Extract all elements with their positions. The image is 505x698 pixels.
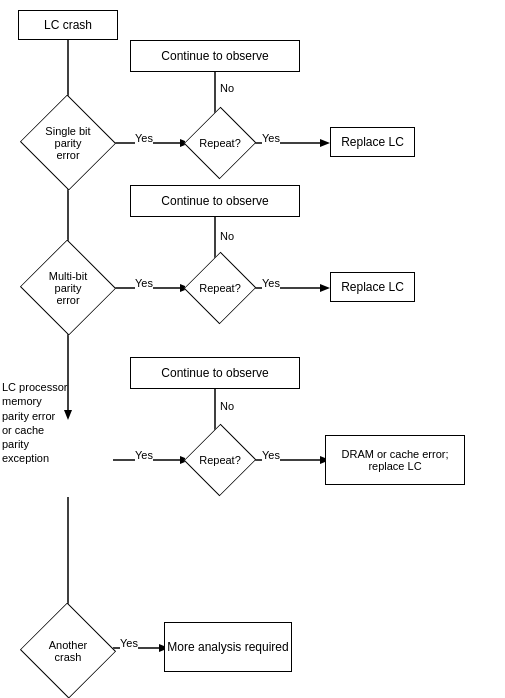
yes-label-5: Yes [135, 449, 153, 461]
yes-label-3: Yes [135, 277, 153, 289]
yes-label-6: Yes [262, 449, 280, 461]
lc-processor-label: LC processormemoryparity erroror cachepa… [2, 380, 112, 466]
replace-lc-2-label: Replace LC [341, 280, 404, 294]
another-crash-label: Anothercrash [49, 639, 88, 663]
more-analysis-box: More analysis required [164, 622, 292, 672]
yes-label-7: Yes [120, 637, 138, 649]
svg-marker-13 [320, 284, 330, 292]
continue-observe-2: Continue to observe [130, 185, 300, 217]
dram-cache-box: DRAM or cache error; replace LC [325, 435, 465, 485]
dram-cache-label: DRAM or cache error; replace LC [326, 448, 464, 472]
repeat-3-diamond: Repeat? [185, 435, 255, 485]
continue-observe-3-label: Continue to observe [161, 366, 268, 380]
lc-crash-label: LC crash [44, 18, 92, 32]
multi-bit-label: Multi-bitparityerror [49, 270, 88, 306]
continue-observe-1: Continue to observe [130, 40, 300, 72]
yes-label-1: Yes [135, 132, 153, 144]
repeat-2-diamond: Repeat? [185, 263, 255, 313]
svg-marker-5 [320, 139, 330, 147]
replace-lc-2: Replace LC [330, 272, 415, 302]
another-crash-diamond: Anothercrash [23, 618, 113, 683]
more-analysis-label: More analysis required [167, 640, 288, 654]
yes-label-2: Yes [262, 132, 280, 144]
repeat-1-label: Repeat? [199, 137, 241, 149]
yes-label-4: Yes [262, 277, 280, 289]
flowchart: LC crash Continue to observe Single bitp… [0, 0, 505, 698]
multi-bit-diamond: Multi-bitparityerror [23, 255, 113, 320]
repeat-2-label: Repeat? [199, 282, 241, 294]
replace-lc-1: Replace LC [330, 127, 415, 157]
continue-observe-2-label: Continue to observe [161, 194, 268, 208]
no-label-2: No [220, 230, 234, 242]
continue-observe-1-label: Continue to observe [161, 49, 268, 63]
continue-observe-3: Continue to observe [130, 357, 300, 389]
lc-crash-box: LC crash [18, 10, 118, 40]
no-label-1: No [220, 82, 234, 94]
repeat-3-label: Repeat? [199, 454, 241, 466]
repeat-1-diamond: Repeat? [185, 118, 255, 168]
single-bit-diamond: Single bitparityerror [23, 110, 113, 175]
replace-lc-1-label: Replace LC [341, 135, 404, 149]
single-bit-label: Single bitparityerror [45, 125, 90, 161]
no-label-3: No [220, 400, 234, 412]
